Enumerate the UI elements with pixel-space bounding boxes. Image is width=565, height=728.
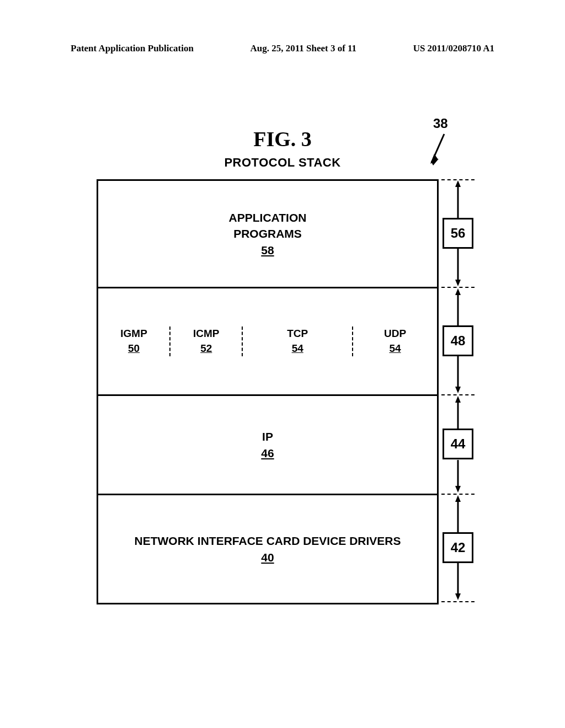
pointer-arrow-icon [430, 130, 458, 171]
transport-layer: IGMP 50 ICMP 52 TCP 54 UDP 54 [98, 288, 437, 396]
igmp-cell: IGMP 50 [98, 326, 170, 356]
udp-cell: UDP 54 [353, 326, 437, 356]
ip-layer: IP 46 [98, 396, 437, 495]
application-layer: APPLICATION PROGRAMS 58 [98, 181, 437, 288]
ip-label: IP 46 [261, 429, 274, 461]
svg-marker-12 [455, 396, 461, 403]
protocol-stack-diagram: APPLICATION PROGRAMS 58 IGMP 50 ICMP 52 … [97, 179, 439, 604]
side-ref-56: 56 [443, 218, 473, 249]
nic-label: NETWORK INTERFACE CARD DEVICE DRIVERS 40 [134, 533, 401, 565]
figure-subtitle: PROTOCOL STACK [0, 156, 565, 170]
application-label: APPLICATION PROGRAMS 58 [229, 210, 307, 258]
svg-marker-10 [455, 387, 461, 393]
svg-marker-6 [455, 280, 461, 286]
svg-marker-8 [455, 288, 461, 295]
svg-marker-16 [455, 495, 461, 502]
svg-marker-18 [455, 593, 461, 600]
side-ref-48: 48 [443, 325, 473, 356]
dashed-connector [441, 394, 475, 395]
icmp-cell: ICMP 52 [170, 326, 243, 356]
svg-marker-14 [455, 486, 461, 493]
dashed-connector [441, 494, 475, 495]
header-center: Aug. 25, 2011 Sheet 3 of 11 [250, 43, 356, 54]
dashed-connector [441, 287, 475, 288]
side-ref-42: 42 [443, 532, 473, 563]
dashed-connector [441, 601, 475, 602]
header-left: Patent Application Publication [71, 43, 194, 54]
header-right: US 2011/0208710 A1 [413, 43, 494, 54]
side-ref-44: 44 [443, 429, 473, 459]
figure-title: FIG. 3 [0, 127, 565, 151]
figure-ref-number: 38 [433, 116, 448, 131]
nic-layer: NETWORK INTERFACE CARD DEVICE DRIVERS 40 [98, 495, 437, 603]
page-header: Patent Application Publication Aug. 25, … [71, 43, 494, 54]
tcp-cell: TCP 54 [243, 326, 353, 356]
svg-marker-4 [455, 180, 461, 187]
